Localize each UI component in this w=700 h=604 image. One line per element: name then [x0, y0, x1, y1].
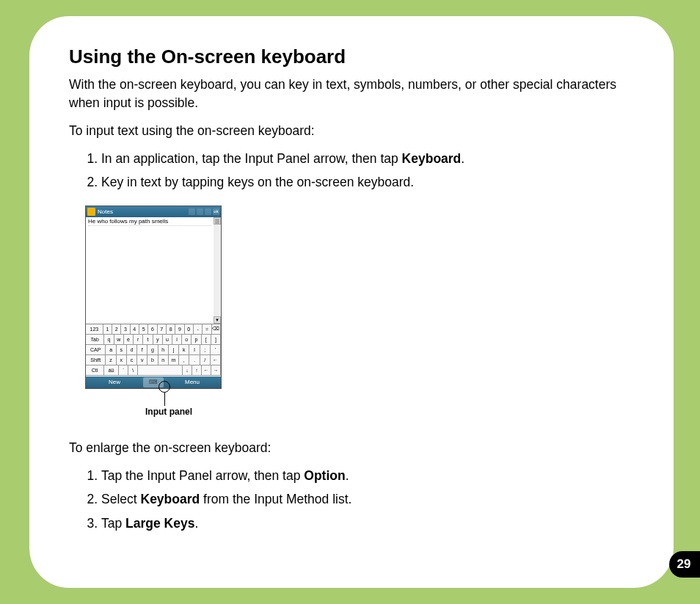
step-bold: Large Keys: [125, 516, 194, 531]
keyboard-key: ;: [200, 345, 211, 354]
onscreen-keyboard: 1231234567890-=⌫Tabqwertyuiop[]CAPasdfgh…: [86, 324, 221, 376]
keyboard-key: 4: [131, 324, 139, 334]
keyboard-row: Tabqwertyuiop[]: [86, 335, 221, 345]
intro-text: With the on-screen keyboard, you can key…: [69, 76, 634, 113]
softkey-new: New: [86, 379, 143, 385]
keyboard-key: h: [158, 345, 169, 354]
keyboard-key: 3: [121, 324, 130, 334]
lead-text-2: To enlarge the on-screen keyboard:: [69, 439, 634, 457]
keyboard-key: w: [114, 335, 124, 344]
keyboard-key: 6: [148, 324, 157, 334]
keyboard-key: d: [127, 345, 137, 354]
keyboard-key: ]: [211, 335, 221, 344]
keyboard-key: [: [202, 335, 211, 344]
scrollbar-thumb: [215, 219, 219, 225]
keyboard-key: 5: [139, 324, 148, 334]
keyboard-key: b: [147, 355, 158, 365]
keyboard-key: c: [127, 355, 137, 365]
keyboard-key: →: [211, 365, 221, 375]
keyboard-row: Ctláü`\ ↓↑←→: [86, 365, 221, 376]
keyboard-key: u: [163, 335, 172, 344]
keyboard-key: Ctl: [86, 365, 104, 375]
keyboard-key: r: [134, 335, 143, 344]
steps-list-2: Tap the Input Panel arrow, then tap Opti…: [101, 466, 634, 533]
keyboard-key: z: [106, 355, 116, 365]
keyboard-key: 9: [175, 324, 184, 334]
keyboard-key: ←: [202, 365, 211, 375]
keyboard-key: q: [104, 335, 114, 344]
keyboard-key: o: [182, 335, 192, 344]
ok-button: ok: [213, 208, 219, 215]
tray-icon: [205, 208, 211, 215]
steps-list-1: In an application, tap the Input Panel a…: [101, 149, 634, 192]
keyboard-key: l: [189, 345, 200, 354]
keyboard-key: v: [137, 355, 147, 365]
step-item: Tap Large Keys.: [101, 514, 634, 533]
callout-label: Input panel: [145, 407, 192, 417]
keyboard-key: 1: [103, 324, 112, 334]
keyboard-key: ,: [179, 355, 189, 365]
step-bold: Option: [304, 468, 345, 483]
keyboard-row: 1231234567890-=⌫: [86, 324, 221, 335]
keyboard-key: k: [179, 345, 189, 354]
page-heading: Using the On-screen keyboard: [69, 46, 634, 68]
page-card: Using the On-screen keyboard With the on…: [29, 16, 674, 588]
keyboard-key: -: [194, 324, 203, 334]
keyboard-key: ↓: [183, 365, 192, 375]
keyboard-key: j: [169, 345, 179, 354]
keyboard-key: .: [189, 355, 200, 365]
keyboard-key: i: [172, 335, 182, 344]
note-text: He who follows my path smells: [88, 218, 211, 226]
keyboard-key: 7: [158, 324, 167, 334]
tray-icon: [197, 208, 203, 215]
keyboard-row: Shiftzxcvbnm,./←: [86, 355, 221, 365]
keyboard-key: f: [137, 345, 147, 354]
keyboard-key: áü: [104, 365, 119, 375]
keyboard-row: CAPasdfghjkl;': [86, 345, 221, 355]
keyboard-key: `: [119, 365, 128, 375]
lead-text-1: To input text using the on-screen keyboa…: [69, 122, 634, 140]
step-item: In an application, tap the Input Panel a…: [101, 149, 634, 168]
step-item: Key in text by tapping keys on the on-sc…: [101, 172, 634, 192]
keyboard-key: [138, 365, 183, 375]
step-bold: Keyboard: [141, 492, 200, 506]
keyboard-key: =: [203, 324, 211, 334]
keyboard-key: t: [143, 335, 153, 344]
step-item: Tap the Input Panel arrow, then tap Opti…: [101, 466, 634, 485]
keyboard-key: ': [211, 345, 221, 354]
callout-circle: [158, 381, 170, 393]
keyboard-key: 123: [86, 324, 103, 334]
step-item: Select Keyboard from the Input Method li…: [101, 490, 634, 509]
app-title: Notes: [98, 208, 189, 215]
keyboard-key: s: [117, 345, 127, 354]
keyboard-key: ←: [211, 355, 221, 365]
keyboard-key: e: [124, 335, 134, 344]
keyboard-key: /: [200, 355, 211, 365]
keyboard-key: 0: [185, 324, 194, 334]
keyboard-key: n: [158, 355, 169, 365]
keyboard-key: p: [192, 335, 201, 344]
keyboard-key: Shift: [86, 355, 106, 365]
device-screen: Notes ok He who follows my path smells ▲…: [85, 205, 222, 389]
device-titlebar: Notes ok: [86, 206, 221, 217]
callout: Input panel: [85, 389, 222, 420]
device-bottombar: New ⌨ Menu: [86, 376, 221, 388]
keyboard-key: Tab: [86, 335, 104, 344]
page-number: 29: [669, 551, 700, 578]
keyboard-key: 2: [112, 324, 121, 334]
keyboard-key: x: [117, 355, 127, 365]
device-figure: Notes ok He who follows my path smells ▲…: [85, 205, 222, 420]
note-area: He who follows my path smells ▲ ▼: [86, 217, 221, 324]
windows-icon: [87, 208, 95, 216]
keyboard-key: 8: [167, 324, 175, 334]
keyboard-key: a: [106, 345, 116, 354]
softkey-menu: Menu: [164, 379, 221, 385]
keyboard-key: \: [128, 365, 138, 375]
keyboard-key: y: [153, 335, 163, 344]
titlebar-tray: ok: [189, 208, 219, 215]
step-bold: Keyboard: [402, 151, 462, 166]
callout-line: [164, 393, 165, 406]
tray-icon: [189, 208, 195, 215]
keyboard-key: ↑: [192, 365, 202, 375]
keyboard-key: m: [169, 355, 179, 365]
